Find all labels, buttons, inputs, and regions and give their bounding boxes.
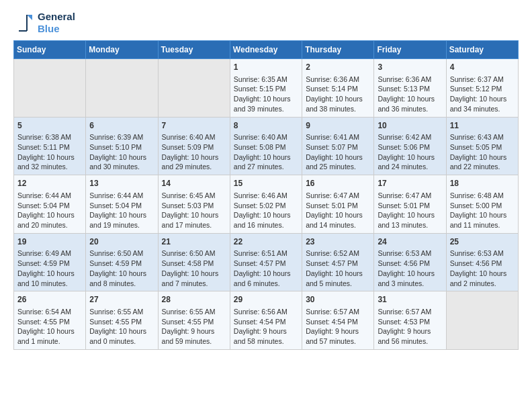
day-number: 26 [17,294,82,306]
day-info: Daylight: 10 hours [89,210,154,220]
calendar-cell: 2Sunrise: 6:36 AMSunset: 5:14 PMDaylight… [302,59,374,118]
calendar-cell: 21Sunrise: 6:50 AMSunset: 4:58 PMDayligh… [158,233,230,291]
day-number: 30 [306,294,370,306]
day-info: Sunset: 4:54 PM [306,317,370,327]
day-info: and 56 minutes. [378,336,442,347]
day-info: Daylight: 10 hours [306,94,370,104]
calendar-week-row: 19Sunrise: 6:49 AMSunset: 4:59 PMDayligh… [14,233,519,291]
calendar-cell: 23Sunrise: 6:52 AMSunset: 4:57 PMDayligh… [302,233,374,291]
day-info: Sunset: 5:03 PM [162,201,226,211]
header-cell-saturday: Saturday [446,41,518,59]
day-info: and 19 minutes. [89,220,154,230]
day-info: Daylight: 10 hours [234,94,298,104]
day-info: Sunset: 5:04 PM [17,201,82,211]
day-info: and 36 minutes. [378,104,442,114]
day-info: Sunset: 5:15 PM [234,84,298,94]
day-info: Sunset: 5:09 PM [162,142,226,152]
day-number: 2 [306,62,370,73]
day-info: and 58 minutes. [234,336,298,347]
logo-line2: Blue [38,23,75,35]
day-info: Sunset: 5:00 PM [450,201,515,211]
day-number: 27 [89,294,154,306]
calendar-cell: 25Sunrise: 6:53 AMSunset: 4:56 PMDayligh… [446,233,518,291]
calendar-cell: 30Sunrise: 6:57 AMSunset: 4:54 PMDayligh… [302,291,374,350]
day-info: Sunset: 4:56 PM [378,259,442,269]
day-info: Daylight: 9 hours [234,326,298,336]
calendar-cell: 29Sunrise: 6:56 AMSunset: 4:54 PMDayligh… [230,291,302,350]
calendar-cell: 1Sunrise: 6:35 AMSunset: 5:15 PMDaylight… [230,59,302,118]
day-info: Sunrise: 6:57 AM [378,307,442,317]
calendar-cell: 13Sunrise: 6:44 AMSunset: 5:04 PMDayligh… [86,175,158,234]
day-info: Sunrise: 6:44 AM [89,191,154,201]
calendar-header-row: SundayMondayTuesdayWednesdayThursdayFrid… [14,41,519,59]
calendar-cell [446,291,518,350]
logo-svg [13,12,35,34]
day-info: Daylight: 10 hours [162,269,226,279]
day-info: Daylight: 10 hours [17,152,82,163]
day-info: Sunrise: 6:44 AM [17,191,82,201]
day-info: Daylight: 10 hours [234,210,298,220]
day-number: 18 [450,178,515,189]
day-info: and 27 minutes. [234,162,298,172]
day-info: Sunrise: 6:41 AM [306,132,370,142]
day-info: Sunrise: 6:42 AM [378,132,442,142]
day-info: and 57 minutes. [306,336,370,347]
calendar-cell: 9Sunrise: 6:41 AMSunset: 5:07 PMDaylight… [302,117,374,175]
day-info: and 34 minutes. [450,104,515,114]
day-info: Sunset: 4:59 PM [17,259,82,269]
day-info: and 8 minutes. [89,279,154,289]
day-number: 22 [234,236,298,248]
day-info: Daylight: 10 hours [89,326,154,336]
day-info: and 0 minutes. [89,336,154,347]
day-info: Sunrise: 6:55 AM [162,307,226,317]
day-info: Daylight: 10 hours [378,269,442,279]
day-info: Sunrise: 6:35 AM [234,75,298,85]
day-info: Sunset: 4:59 PM [89,259,154,269]
calendar-cell [158,59,230,118]
header-cell-tuesday: Tuesday [158,41,230,59]
day-info: Sunset: 4:57 PM [234,259,298,269]
day-info: Sunset: 5:01 PM [378,201,442,211]
day-number: 3 [378,62,442,73]
day-number: 6 [89,120,154,132]
day-info: Daylight: 9 hours [306,326,370,336]
day-info: Daylight: 10 hours [450,94,515,104]
calendar-cell: 17Sunrise: 6:47 AMSunset: 5:01 PMDayligh… [374,175,446,234]
day-info: Sunset: 5:07 PM [306,142,370,152]
day-info: Daylight: 10 hours [450,269,515,279]
day-number: 29 [234,294,298,306]
day-info: Sunrise: 6:43 AM [450,132,515,142]
day-info: Sunrise: 6:50 AM [162,248,226,259]
day-info: Sunset: 4:58 PM [162,259,226,269]
logo: General Blue [13,11,75,35]
calendar-table: SundayMondayTuesdayWednesdayThursdayFrid… [13,40,519,350]
day-info: Sunset: 4:57 PM [306,259,370,269]
calendar-cell: 6Sunrise: 6:39 AMSunset: 5:10 PMDaylight… [86,117,158,175]
day-info: Sunrise: 6:47 AM [306,191,370,201]
day-info: Sunrise: 6:52 AM [306,248,370,259]
calendar-week-row: 1Sunrise: 6:35 AMSunset: 5:15 PMDaylight… [14,59,519,118]
calendar-cell: 20Sunrise: 6:50 AMSunset: 4:59 PMDayligh… [86,233,158,291]
day-info: and 14 minutes. [306,220,370,230]
day-info: Sunset: 5:11 PM [17,142,82,152]
day-info: Daylight: 10 hours [162,210,226,220]
calendar-cell: 4Sunrise: 6:37 AMSunset: 5:12 PMDaylight… [446,59,518,118]
day-info: Daylight: 10 hours [378,152,442,163]
calendar-cell: 31Sunrise: 6:57 AMSunset: 4:53 PMDayligh… [374,291,446,350]
day-info: and 6 minutes. [234,279,298,289]
day-info: Daylight: 10 hours [89,152,154,163]
day-info: Daylight: 10 hours [306,210,370,220]
calendar-cell: 15Sunrise: 6:46 AMSunset: 5:02 PMDayligh… [230,175,302,234]
day-info: Daylight: 9 hours [162,326,226,336]
day-info: Daylight: 10 hours [378,210,442,220]
calendar-cell: 18Sunrise: 6:48 AMSunset: 5:00 PMDayligh… [446,175,518,234]
day-number: 20 [89,236,154,248]
header-cell-sunday: Sunday [14,41,86,59]
day-info: Sunset: 5:10 PM [89,142,154,152]
day-number: 11 [450,120,515,132]
day-info: and 11 minutes. [450,220,515,230]
day-info: Sunrise: 6:38 AM [17,132,82,142]
day-info: Sunrise: 6:50 AM [89,248,154,259]
day-info: Sunrise: 6:45 AM [162,191,226,201]
calendar-week-row: 12Sunrise: 6:44 AMSunset: 5:04 PMDayligh… [14,175,519,234]
